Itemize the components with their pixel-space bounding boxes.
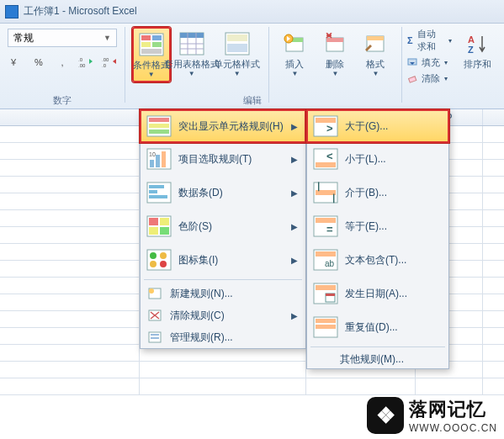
menu-text-contains[interactable]: ab 文本包含(T)...	[307, 243, 448, 277]
insert-button[interactable]: 插入 ▼	[275, 27, 314, 81]
col-header[interactable]	[0, 109, 140, 125]
menu-icon-sets[interactable]: 图标集(I) ▶	[141, 243, 305, 277]
svg-rect-19	[227, 44, 247, 52]
svg-rect-45	[149, 218, 158, 225]
svg-text:.00: .00	[78, 63, 86, 68]
svg-text:ab: ab	[325, 259, 335, 268]
percent-button[interactable]: %	[29, 52, 49, 72]
menu-data-bars[interactable]: 数据条(D) ▶	[141, 176, 305, 209]
format-button[interactable]: 格式 ▼	[356, 27, 395, 81]
svg-rect-58	[151, 334, 159, 336]
highlight-rules-icon	[145, 112, 173, 140]
svg-rect-48	[160, 227, 169, 235]
comma-button[interactable]: ,	[52, 52, 72, 72]
format-cells-icon	[362, 30, 389, 57]
app-icon	[5, 5, 19, 19]
svg-rect-43	[149, 195, 167, 198]
between-icon: ┃┃	[311, 178, 340, 207]
watermark-icon: ❖	[367, 397, 404, 434]
svg-text:¥: ¥	[10, 57, 17, 67]
highlight-rules-submenu: > 大于(G)... < 小于(L)... ┃┃ 介于(B)... = 等于(E…	[306, 109, 449, 369]
conditional-formatting-menu: 突出显示单元格规则(H) ▶ 10 项目选取规则(T) ▶ 数据条(D) ▶ 色…	[140, 109, 306, 349]
increase-decimal-button[interactable]: .0.00	[76, 52, 96, 72]
fill-down-icon	[407, 58, 417, 68]
svg-rect-26	[367, 36, 384, 40]
svg-point-51	[160, 252, 167, 259]
cell-styles-button[interactable]: 单元格样式 ▼	[213, 27, 262, 81]
sort-button[interactable]: AZ 排序和	[459, 27, 497, 73]
delete-button[interactable]: 删除 ▼	[316, 27, 354, 81]
fill-label: 填充	[422, 56, 440, 69]
svg-text:.0: .0	[78, 57, 83, 62]
group-editing: Σ 自动求和▾ 填充▾ 清除▾ 编辑	[402, 24, 457, 108]
decrease-decimal-button[interactable]: .00.0	[99, 52, 119, 72]
menu-new-rule[interactable]: 新建规则(N)...	[141, 283, 305, 304]
svg-rect-41	[149, 185, 164, 188]
menu-label: 清除规则(C)	[170, 309, 291, 323]
menu-label: 文本包含(T)...	[345, 253, 441, 267]
svg-rect-77	[316, 285, 336, 290]
manage-rules-icon	[145, 329, 165, 346]
menu-label: 色阶(S)	[178, 220, 291, 234]
svg-text:<: <	[326, 150, 333, 162]
conditional-formatting-button[interactable]: 条件格式 ▼	[132, 27, 171, 82]
menu-date-occurring[interactable]: 发生日期(A)...	[307, 277, 448, 310]
fill-button[interactable]: 填充▾	[407, 56, 452, 70]
chevron-down-icon: ▼	[234, 70, 241, 77]
svg-text:.00: .00	[102, 57, 109, 62]
svg-point-53	[160, 261, 167, 267]
window-title: 工作簿1 - Microsoft Excel	[24, 4, 137, 19]
chevron-down-icon: ▼	[291, 70, 298, 77]
menu-clear-rules[interactable]: 清除规则(C) ▶	[141, 304, 305, 326]
top-bottom-icon: 10	[145, 145, 173, 173]
menu-greater-than[interactable]: > 大于(G)...	[306, 109, 449, 143]
number-format-select[interactable]: 常规 ▼	[8, 29, 117, 47]
chevron-right-icon: ▶	[291, 188, 298, 198]
table-icon	[178, 30, 205, 57]
svg-rect-32	[149, 118, 169, 122]
group-edit-label: 编辑	[0, 94, 504, 107]
insert-cells-icon	[281, 30, 308, 57]
menu-color-scales[interactable]: 色阶(S) ▶	[141, 209, 305, 243]
currency-button[interactable]: ¥	[5, 52, 25, 72]
svg-rect-47	[149, 227, 158, 235]
svg-rect-42	[149, 190, 157, 193]
menu-highlight-cell-rules[interactable]: 突出显示单元格规则(H) ▶	[140, 109, 306, 143]
menu-label: 小于(L)...	[345, 152, 441, 167]
menu-label: 突出显示单元格规则(H)	[178, 119, 291, 134]
svg-rect-7	[152, 35, 162, 40]
svg-rect-46	[160, 218, 169, 225]
svg-rect-64	[316, 162, 336, 167]
text-contains-icon: ab	[311, 246, 340, 274]
menu-more-rules[interactable]: 其他规则(M)...	[307, 350, 448, 368]
svg-point-50	[150, 252, 157, 259]
conditional-formatting-icon	[138, 31, 165, 58]
menu-less-than[interactable]: < 小于(L)...	[307, 142, 448, 176]
svg-text:A: A	[468, 34, 475, 45]
autosum-button[interactable]: Σ 自动求和▾	[407, 27, 452, 54]
svg-rect-18	[227, 34, 247, 41]
menu-duplicate-values[interactable]: 重复值(D)...	[307, 310, 448, 344]
clear-button[interactable]: 清除▾	[407, 71, 452, 86]
svg-rect-81	[316, 319, 336, 323]
format-as-table-button[interactable]: 套用表格格式 ▼	[172, 27, 211, 81]
svg-text:.0: .0	[102, 63, 107, 68]
delete-label: 删除	[326, 59, 344, 70]
svg-rect-38	[162, 151, 166, 167]
svg-text:┃: ┃	[316, 182, 321, 192]
svg-rect-10	[141, 49, 162, 54]
menu-top-bottom-rules[interactable]: 10 项目选取规则(T) ▶	[141, 142, 305, 176]
menu-manage-rules[interactable]: 管理规则(R)...	[141, 326, 305, 348]
cell-styles-icon	[224, 30, 251, 57]
svg-rect-24	[326, 38, 343, 42]
chevron-down-icon: ▼	[332, 70, 338, 77]
watermark-sub: WWW.OOOC.CN	[409, 422, 497, 434]
svg-rect-34	[149, 130, 169, 134]
number-format-value: 常规	[13, 31, 34, 45]
menu-label: 项目选取规则(T)	[178, 152, 291, 167]
menu-separator	[310, 346, 445, 347]
color-scales-icon	[145, 212, 173, 241]
menu-label: 重复值(D)...	[345, 320, 441, 335]
menu-equal-to[interactable]: = 等于(E)...	[307, 209, 448, 243]
menu-between[interactable]: ┃┃ 介于(B)...	[307, 176, 448, 209]
